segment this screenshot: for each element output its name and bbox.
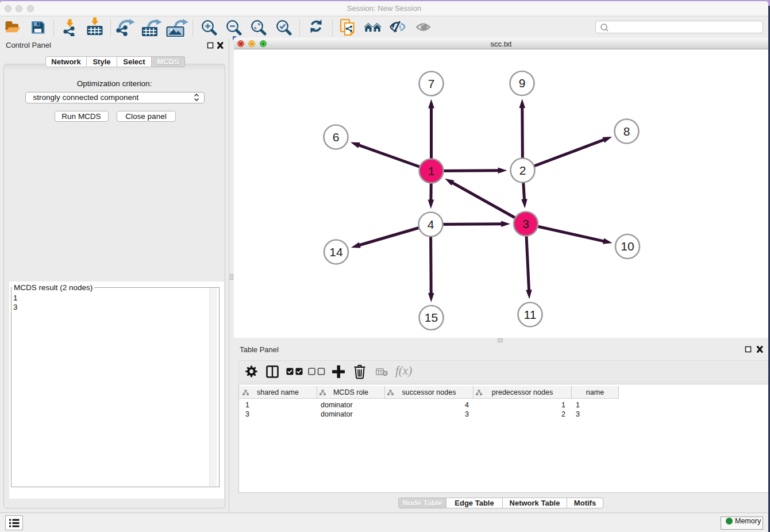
svg-text:f(x): f(x) [395, 365, 412, 377]
svg-text:7: 7 [428, 77, 435, 90]
svg-text:8: 8 [623, 125, 630, 138]
svg-text:11: 11 [524, 308, 537, 321]
svg-text:4: 4 [428, 218, 434, 231]
svg-text:9: 9 [519, 76, 526, 90]
svg-text:14: 14 [329, 245, 343, 259]
svg-text:2: 2 [519, 164, 526, 177]
svg-text:10: 10 [621, 240, 634, 253]
svg-text:1: 1 [428, 164, 435, 178]
svg-text:3: 3 [522, 217, 529, 230]
svg-text:6: 6 [333, 130, 340, 144]
svg-text:15: 15 [425, 311, 438, 324]
